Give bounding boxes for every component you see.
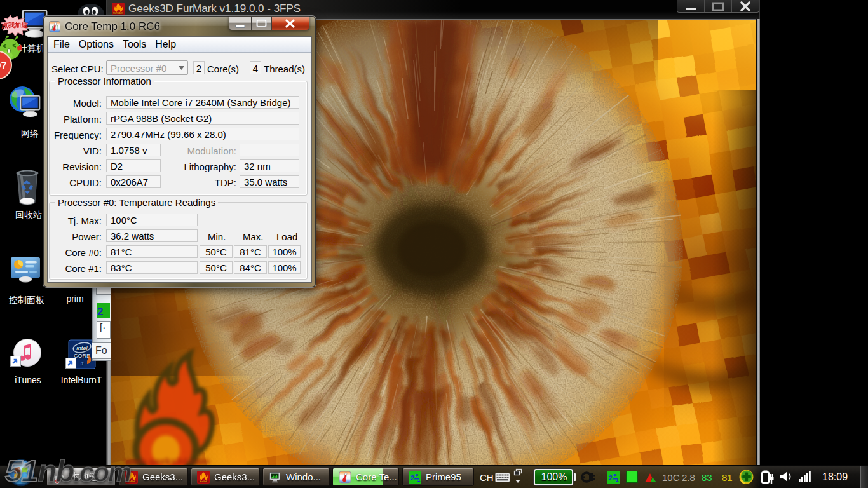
svg-text:2: 2	[609, 475, 613, 482]
svg-text:FURMARK: FURMARK	[113, 12, 124, 15]
svg-text:intel: intel	[76, 344, 88, 351]
svg-text:i7: i7	[81, 362, 84, 365]
svg-text:1: 1	[615, 477, 618, 483]
svg-text:2: 2	[410, 475, 414, 482]
svg-text:点我加速: 点我加速	[1, 21, 29, 29]
svg-text:FurMark: FurMark	[200, 480, 207, 483]
svg-text:1: 1	[417, 476, 420, 482]
svg-text:97: 97	[0, 60, 7, 72]
